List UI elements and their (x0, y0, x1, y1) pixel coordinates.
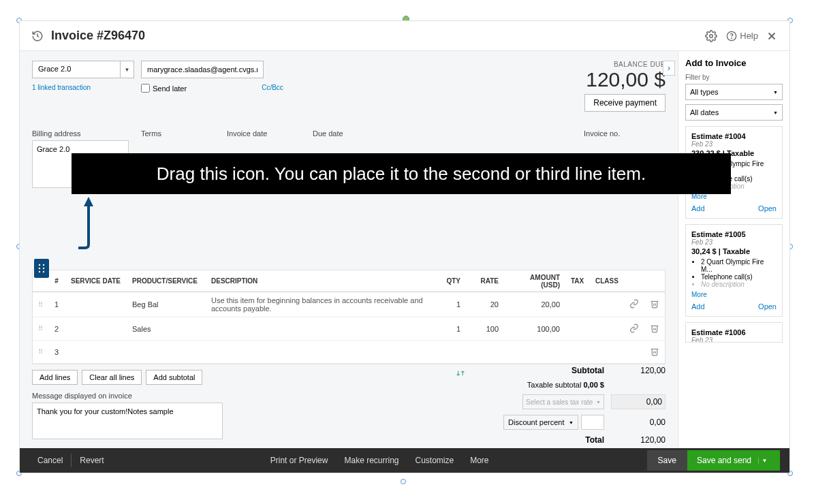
svg-point-8 (39, 268, 40, 269)
customer-select[interactable]: Grace 2.0 ▼ (32, 61, 134, 78)
ccbcc-link[interactable]: Cc/Bcc (262, 84, 283, 93)
help-icon[interactable] (723, 28, 740, 44)
topbar: Invoice #Z96470 Help (20, 21, 789, 51)
table-row[interactable]: ⠿ 2 Sales 1 100 100,00 (33, 317, 665, 341)
balance-label: BALANCE DUE (584, 61, 666, 68)
drag-handle-highlight[interactable] (34, 259, 49, 278)
filter-type-select[interactable]: All types▼ (685, 84, 783, 100)
more-button[interactable]: More (462, 452, 497, 469)
link-icon[interactable] (624, 295, 644, 314)
revert-button[interactable]: Revert (72, 452, 112, 469)
tax-rate-select[interactable]: Select a sales tax rate▼ (522, 394, 604, 409)
swap-icon[interactable] (455, 368, 466, 381)
invoice-message-field[interactable] (32, 403, 223, 439)
cancel-button[interactable]: Cancel (29, 452, 71, 469)
svg-marker-5 (84, 197, 93, 206)
col-class: CLASS (590, 273, 624, 289)
panel-title: Add to Invoice (685, 58, 783, 68)
chevron-down-icon: ▼ (120, 61, 134, 78)
open-link[interactable]: Open (758, 302, 777, 311)
estimate-card: Estimate #1006 Feb 23 (685, 322, 783, 343)
tax-value: 0,00 (611, 394, 666, 409)
invoice-date-label: Invoice date (227, 129, 300, 138)
customize-button[interactable]: Customize (407, 452, 463, 469)
open-link[interactable]: Open (758, 204, 777, 212)
email-field[interactable] (141, 61, 264, 78)
linked-transaction-link[interactable]: 1 linked transaction (32, 84, 134, 91)
recurring-button[interactable]: Make recurring (336, 452, 407, 469)
col-num: # (48, 273, 65, 289)
chevron-down-icon: ▼ (758, 458, 770, 464)
billing-label: Billing address (32, 129, 129, 138)
grip-icon[interactable]: ⠿ (33, 297, 48, 313)
trash-icon[interactable] (644, 295, 665, 314)
main-panel: › Grace 2.0 ▼ 1 linked transaction Send … (20, 51, 678, 448)
svg-point-11 (43, 271, 44, 272)
side-panel: Add to Invoice Filter by All types▼ All … (678, 51, 789, 448)
filter-label: Filter by (685, 74, 783, 81)
footer-bar: Cancel Revert Print or Preview Make recu… (20, 448, 789, 473)
discount-value: 0,00 (611, 418, 666, 427)
add-link[interactable]: Add (691, 302, 705, 311)
line-items-table: # SERVICE DATE PRODUCT/SERVICE DESCRIPTI… (32, 270, 666, 364)
invoice-message-label: Message displayed on invoice (32, 392, 223, 400)
col-date: SERVICE DATE (65, 273, 127, 289)
clear-lines-button[interactable]: Clear all lines (82, 370, 142, 385)
send-later-checkbox[interactable]: Send later (141, 84, 187, 93)
invoice-window: Invoice #Z96470 Help › Grace 2.0 ▼ 1 lin… (19, 20, 790, 473)
link-icon[interactable] (624, 319, 644, 338)
arrow-annotation (78, 197, 99, 253)
panel-collapse-icon[interactable]: › (663, 61, 675, 76)
receive-payment-button[interactable]: Receive payment (584, 94, 666, 112)
svg-point-7 (43, 264, 44, 266)
add-lines-button[interactable]: Add lines (32, 370, 78, 385)
balance-due: BALANCE DUE 120,00 $ Receive payment (584, 61, 666, 112)
svg-point-10 (39, 271, 40, 272)
col-qty: QTY (433, 273, 466, 289)
customer-value: Grace 2.0 (33, 61, 120, 78)
add-link[interactable]: Add (691, 204, 705, 212)
gear-icon[interactable] (703, 28, 719, 44)
subtotal-value: 120,00 (611, 366, 666, 375)
annotation-overlay: Drag this icon. You can place it to the … (72, 153, 731, 194)
terms-label: Terms (141, 129, 215, 138)
help-link[interactable]: Help (740, 31, 758, 41)
col-amount: AMOUNT (USD) (504, 270, 565, 293)
save-button[interactable]: Save (647, 450, 687, 471)
history-icon[interactable] (29, 28, 46, 44)
add-subtotal-button[interactable]: Add subtotal (146, 370, 202, 385)
estimate-card: Estimate #1005 Feb 23 30,24 $ | Taxable … (685, 224, 783, 317)
more-link[interactable]: More (691, 291, 777, 298)
svg-point-9 (43, 268, 44, 269)
table-row[interactable]: ⠿ 1 Beg Bal Use this item for beginning … (33, 292, 665, 317)
grip-icon[interactable]: ⠿ (33, 321, 48, 336)
svg-point-0 (710, 34, 713, 37)
print-button[interactable]: Print or Preview (262, 452, 336, 469)
col-rate: RATE (466, 273, 504, 289)
close-icon[interactable] (764, 28, 780, 44)
filter-date-select[interactable]: All dates▼ (685, 104, 783, 121)
due-date-label: Due date (313, 129, 386, 138)
trash-icon[interactable] (644, 343, 665, 362)
col-product: PRODUCT/SERVICE (127, 273, 206, 289)
invoice-no-label: Invoice no. (584, 129, 666, 138)
total-label: Total (434, 435, 611, 445)
discount-type-select[interactable]: Discount percent▼ (503, 415, 578, 430)
grip-icon[interactable]: ⠿ (33, 344, 48, 360)
balance-amount: 120,00 $ (584, 68, 666, 91)
total-value: 120,00 (611, 435, 666, 445)
page-title: Invoice #Z96470 (51, 29, 145, 43)
table-row[interactable]: ⠿ 3 (33, 341, 665, 364)
svg-point-6 (39, 264, 40, 266)
trash-icon[interactable] (644, 319, 665, 338)
col-tax: TAX (565, 273, 590, 289)
svg-point-2 (732, 38, 732, 39)
save-send-button[interactable]: Save and send▼ (687, 450, 780, 471)
col-desc: DESCRIPTION (206, 273, 433, 289)
discount-input[interactable] (581, 415, 604, 430)
